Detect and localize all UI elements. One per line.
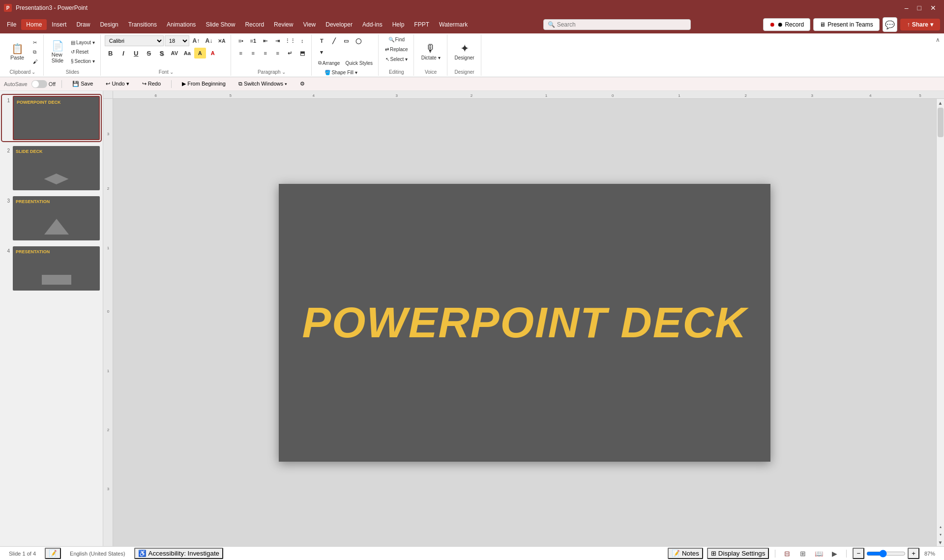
- menu-design[interactable]: Design: [95, 19, 123, 30]
- menu-record[interactable]: Record: [240, 19, 269, 30]
- menu-draw[interactable]: Draw: [71, 19, 95, 30]
- justify-button[interactable]: ≡: [272, 48, 284, 59]
- strikethrough-button[interactable]: S: [143, 48, 155, 59]
- bullets-button[interactable]: ≡•: [235, 35, 247, 46]
- menu-addins[interactable]: Add-ins: [357, 19, 387, 30]
- menu-developer[interactable]: Developer: [321, 19, 357, 30]
- reading-view-button[interactable]: 📖: [813, 549, 825, 559]
- format-painter-button[interactable]: 🖌: [30, 58, 40, 66]
- rtl-button[interactable]: ↵: [284, 48, 296, 59]
- present-in-teams-button[interactable]: 🖥 Present in Teams: [813, 18, 880, 31]
- font-name-select[interactable]: Calibri: [105, 35, 164, 46]
- scroll-down-button[interactable]: ▼: [937, 538, 944, 546]
- clear-format-button[interactable]: ✕A: [216, 35, 228, 46]
- slide-sorter-button[interactable]: ⊞: [797, 549, 809, 559]
- switch-windows-button[interactable]: ⧉ Switch Windows ▾: [234, 79, 292, 88]
- bold-button[interactable]: B: [105, 48, 117, 59]
- align-center-button[interactable]: ≡: [247, 48, 259, 59]
- menu-file[interactable]: File: [2, 19, 21, 30]
- page-down-button[interactable]: ▾: [937, 531, 944, 538]
- slide-thumb-4[interactable]: 4 PRESENTATION: [2, 245, 101, 292]
- maximize-button[interactable]: □: [914, 3, 925, 13]
- cut-button[interactable]: ✂: [30, 38, 40, 47]
- autosave-toggle-track[interactable]: [31, 80, 47, 88]
- slide-notes-status-button[interactable]: 📝: [45, 548, 61, 559]
- collapse-ribbon-btn[interactable]: ∧: [934, 34, 942, 76]
- increase-font-button[interactable]: A↑: [190, 35, 202, 46]
- customize-qa-button[interactable]: ⚙: [295, 79, 309, 88]
- autosave-toggle[interactable]: Off: [31, 80, 56, 88]
- slide-thumb-3[interactable]: 3 PRESENTATION: [2, 195, 101, 241]
- menu-home[interactable]: Home: [21, 19, 47, 30]
- highlight-button[interactable]: A: [194, 48, 206, 59]
- save-button[interactable]: 💾 Save: [68, 79, 97, 88]
- align-right-button[interactable]: ≡: [260, 48, 271, 59]
- slide-canvas[interactable]: POWERPOINT DECK: [279, 184, 770, 462]
- section-button[interactable]: § Section ▾: [68, 57, 97, 65]
- menu-animations[interactable]: Animations: [162, 19, 201, 30]
- align-left-button[interactable]: ≡: [235, 48, 247, 59]
- underline-button[interactable]: U: [130, 48, 142, 59]
- copy-button[interactable]: ⧉: [30, 48, 40, 57]
- close-button[interactable]: ✕: [926, 3, 940, 13]
- replace-button[interactable]: ⇄ Replace: [383, 45, 411, 54]
- minimize-button[interactable]: –: [901, 3, 913, 13]
- quick-styles-button[interactable]: Quick Styles: [343, 59, 375, 67]
- shape-oval-button[interactable]: ◯: [353, 35, 364, 46]
- zoom-level[interactable]: 87%: [921, 550, 938, 558]
- case-button[interactable]: Aa: [181, 48, 193, 59]
- zoom-slider[interactable]: [866, 550, 906, 558]
- menu-transitions[interactable]: Transitions: [123, 19, 162, 30]
- columns-button[interactable]: ⋮⋮: [284, 35, 296, 46]
- italic-button[interactable]: I: [118, 48, 129, 59]
- menu-view[interactable]: View: [298, 19, 321, 30]
- paragraph-expand-icon[interactable]: ⌄: [282, 69, 286, 75]
- slideshow-view-button[interactable]: ▶: [828, 549, 840, 559]
- clipboard-expand-icon[interactable]: ⌄: [31, 69, 35, 75]
- display-settings-button[interactable]: ⊞ Display Settings: [707, 548, 769, 559]
- find-button[interactable]: 🔍 Find: [386, 35, 407, 44]
- numbering-button[interactable]: ≡1: [247, 35, 259, 46]
- menu-help[interactable]: Help: [387, 19, 410, 30]
- new-slide-button[interactable]: 📄 NewSlide: [48, 38, 67, 66]
- zoom-in-button[interactable]: +: [908, 548, 919, 559]
- slide-thumb-1[interactable]: 1 POWERPOINT DECK: [2, 95, 101, 141]
- page-up-button[interactable]: ▴: [937, 523, 944, 531]
- shape-text-button[interactable]: T: [316, 35, 327, 46]
- scroll-up-button[interactable]: ▲: [937, 99, 944, 107]
- comment-button[interactable]: 💬: [883, 17, 897, 32]
- zoom-out-button[interactable]: −: [853, 548, 864, 559]
- text-direction-button[interactable]: ⬒: [296, 48, 308, 59]
- menu-insert[interactable]: Insert: [47, 19, 71, 30]
- shape-rect-button[interactable]: ▭: [340, 35, 352, 46]
- decrease-indent-button[interactable]: ⇤: [260, 35, 271, 46]
- undo-button[interactable]: ↩ Undo ▾: [101, 79, 133, 88]
- line-spacing-button[interactable]: ↕: [296, 35, 308, 46]
- shape-more-button[interactable]: ▾: [316, 47, 327, 58]
- slide-thumb-2[interactable]: 2 SLIDE DECK: [2, 145, 101, 191]
- normal-view-button[interactable]: ⊟: [781, 549, 793, 559]
- spacing-button[interactable]: AV: [169, 48, 180, 59]
- menu-watermark[interactable]: Watermark: [434, 19, 472, 30]
- from-beginning-button[interactable]: ▶ From Beginning: [177, 79, 230, 88]
- dictate-button[interactable]: 🎙 Dictate ▾: [418, 41, 444, 63]
- share-button[interactable]: ↑ Share ▾: [900, 19, 940, 30]
- shadow-button[interactable]: S: [156, 48, 168, 59]
- menu-slideshow[interactable]: Slide Show: [201, 19, 240, 30]
- search-input[interactable]: [557, 21, 686, 28]
- shape-line-button[interactable]: ╱: [328, 35, 340, 46]
- designer-button[interactable]: ✦ Designer: [451, 41, 478, 63]
- record-button[interactable]: ⏺ ⏺ Record: [763, 18, 810, 31]
- font-size-select[interactable]: 18: [165, 35, 189, 46]
- menu-review[interactable]: Review: [269, 19, 298, 30]
- select-button[interactable]: ↖ Select ▾: [383, 55, 411, 63]
- decrease-font-button[interactable]: A↓: [203, 35, 215, 46]
- menu-fppt[interactable]: FPPT: [409, 19, 434, 30]
- font-expand-icon[interactable]: ⌄: [170, 69, 174, 75]
- accessibility-button[interactable]: ♿ Accessibility: Investigate: [134, 548, 223, 559]
- shape-fill-button[interactable]: 🪣 Shape Fill ▾: [322, 68, 368, 77]
- layout-button[interactable]: ▤ Layout ▾: [68, 38, 97, 47]
- scroll-thumb-vertical[interactable]: [938, 108, 944, 137]
- notes-button[interactable]: 📝 Notes: [668, 548, 703, 559]
- arrange-button[interactable]: ⧉ Arrange: [316, 59, 343, 67]
